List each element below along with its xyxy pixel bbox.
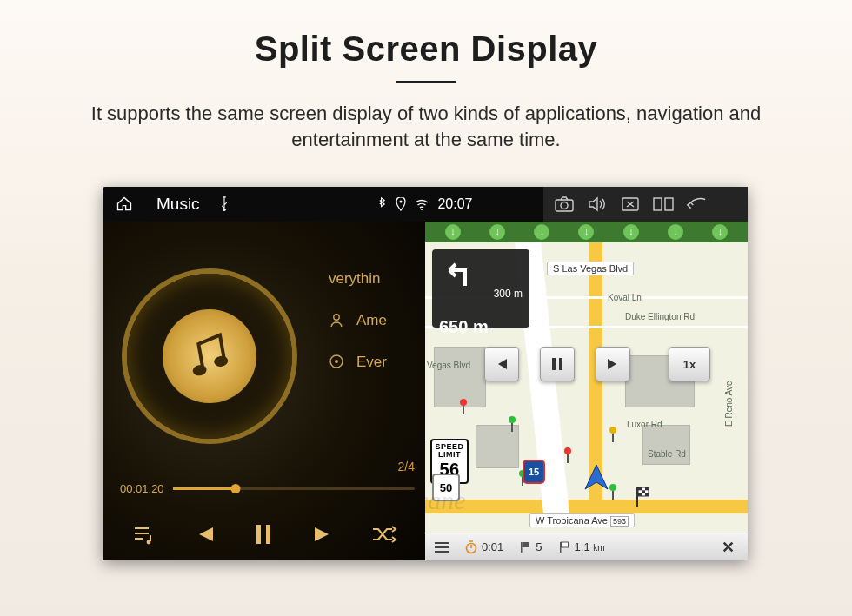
split-screen-icon[interactable] <box>653 195 674 214</box>
download-icon[interactable]: ↓ <box>712 224 728 240</box>
elapsed-time: 00:01:20 <box>120 482 164 495</box>
nav-bottom-bar: 0:01 5 1.1 km ✕ <box>425 533 748 560</box>
svg-rect-26 <box>521 542 523 553</box>
page-title: Split Screen Display <box>0 0 852 69</box>
sim-end-button[interactable] <box>596 347 630 381</box>
svg-rect-27 <box>523 542 529 547</box>
svg-point-4 <box>561 202 568 209</box>
clock: 20:07 <box>437 196 472 212</box>
track-album: Ever <box>356 354 387 371</box>
music-panel: verythin Ame Ever 2/4 00:01:20 <box>103 222 425 560</box>
track-artist: Ame <box>356 312 387 329</box>
street-label: Luxor Rd <box>627 420 662 429</box>
status-bar: Music 20:07 <box>103 187 748 222</box>
track-metadata: verythin Ame Ever <box>329 270 387 371</box>
svg-rect-21 <box>645 487 649 490</box>
seek-bar[interactable] <box>173 487 415 490</box>
back-icon[interactable] <box>686 195 707 214</box>
svg-point-0 <box>223 209 226 212</box>
svg-point-1 <box>400 201 403 203</box>
sim-speed-button[interactable]: 1x <box>669 347 710 381</box>
svg-rect-6 <box>654 198 662 210</box>
turn-left-icon <box>439 255 476 289</box>
trip-time: 0:01 <box>465 540 503 554</box>
street-label: Vegas Blvd <box>427 361 470 370</box>
vehicle-cursor-icon <box>582 463 611 493</box>
sim-pause-button[interactable] <box>540 347 575 381</box>
download-icon[interactable]: ↓ <box>489 224 505 240</box>
close-nav-icon[interactable]: ✕ <box>716 538 739 557</box>
menu-icon[interactable] <box>434 541 449 553</box>
screenshot-icon[interactable] <box>554 195 575 214</box>
music-note-icon <box>179 326 240 387</box>
map-download-strip: ↓ ↓ ↓ ↓ ↓ ↓ ↓ <box>425 222 748 242</box>
map-canvas[interactable]: S Las Vegas Blvd Koval Ln Duke Ellington… <box>425 242 748 533</box>
bluetooth-icon <box>377 197 387 211</box>
device-screenshot: Music 20:07 <box>103 187 748 560</box>
destination-flag-icon <box>634 486 651 507</box>
svg-point-8 <box>192 364 208 377</box>
pause-icon[interactable] <box>246 517 281 552</box>
next-icon[interactable] <box>307 517 342 552</box>
download-icon[interactable]: ↓ <box>445 224 461 240</box>
svg-point-12 <box>335 360 338 363</box>
sim-restart-button[interactable] <box>484 347 519 381</box>
svg-point-13 <box>146 540 150 545</box>
page-subtitle: It supports the same screen display of t… <box>0 83 852 152</box>
svg-rect-20 <box>638 487 642 490</box>
track-title: verythin <box>329 270 381 288</box>
navigation-panel: ↓ ↓ ↓ ↓ ↓ ↓ ↓ <box>425 222 748 560</box>
playlist-icon[interactable] <box>126 517 161 552</box>
shuffle-icon[interactable] <box>367 517 402 552</box>
flag-small-icon <box>558 541 570 553</box>
close-app-icon[interactable] <box>620 195 641 214</box>
svg-rect-29 <box>561 542 568 547</box>
previous-icon[interactable] <box>186 517 221 552</box>
dest-time: 5 <box>519 540 542 553</box>
turn-main-distance: 650 m <box>439 317 523 337</box>
music-controls <box>103 517 425 552</box>
album-icon <box>329 354 346 371</box>
street-label: Duke Ellington Rd <box>625 312 695 321</box>
download-icon[interactable]: ↓ <box>534 224 549 240</box>
svg-point-2 <box>421 209 423 210</box>
wifi-icon <box>415 199 429 210</box>
home-icon[interactable] <box>115 195 134 213</box>
app-title: Music <box>156 195 200 214</box>
svg-rect-22 <box>642 490 645 493</box>
stopwatch-icon <box>465 540 477 554</box>
svg-rect-14 <box>256 525 261 544</box>
turn-instruction: 300 m 650 m <box>432 249 529 328</box>
download-icon[interactable]: ↓ <box>623 224 639 240</box>
interstate-shield: 15 <box>523 460 545 484</box>
route-shield: 50 <box>432 474 460 501</box>
street-label: S Las Vegas Blvd <box>547 262 634 275</box>
album-art <box>127 274 292 439</box>
download-icon[interactable]: ↓ <box>578 224 594 240</box>
turn-sub-distance: 300 m <box>439 288 523 300</box>
svg-rect-24 <box>645 493 649 496</box>
usb-icon <box>219 196 230 212</box>
svg-rect-23 <box>638 493 642 496</box>
svg-rect-7 <box>665 198 673 210</box>
progress-row: 00:01:20 <box>120 482 415 495</box>
trip-distance: 1.1 km <box>558 540 605 553</box>
street-label: W Tropicana Ave 593 <box>529 513 635 527</box>
download-icon[interactable]: ↓ <box>668 224 683 240</box>
svg-point-10 <box>334 315 339 320</box>
track-index: 2/4 <box>398 460 415 474</box>
street-label: Koval Ln <box>608 293 642 302</box>
location-icon <box>396 197 406 211</box>
street-label: Stable Rd <box>648 449 686 459</box>
volume-icon[interactable] <box>587 195 608 214</box>
artist-icon <box>329 312 346 329</box>
street-label: E Reno Ave <box>724 381 734 427</box>
svg-rect-15 <box>266 525 270 544</box>
svg-rect-16 <box>552 358 556 370</box>
svg-point-9 <box>213 354 229 368</box>
svg-rect-17 <box>559 358 562 370</box>
flag-small-icon <box>519 541 531 553</box>
system-buttons <box>543 187 748 222</box>
